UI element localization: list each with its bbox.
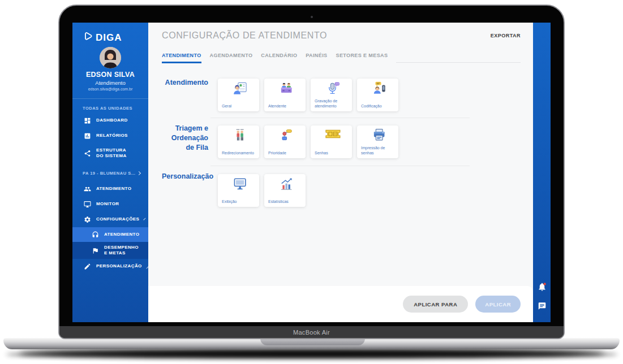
card-gravacao-de-atendimento[interactable]: Gravação de atendimento [311, 79, 352, 111]
tab-calendario[interactable]: CALENDÁRIO [261, 53, 297, 63]
sidebar-item-monitor[interactable]: MONITOR [72, 197, 148, 212]
printer-icon [371, 128, 386, 145]
card-impressao-de-senhas[interactable]: Impressão de senhas [357, 125, 398, 158]
people-icon [84, 185, 91, 193]
sidebar-item-atendimento[interactable]: ATENDIMENTO [72, 181, 148, 197]
tab-setores-e-mesas[interactable]: SETORES E MESAS [336, 53, 388, 63]
apply-to-button[interactable]: APLICAR PARA [403, 296, 468, 313]
sidebar-subitem-desempenho[interactable]: DESEMPENHO E METAS [72, 242, 148, 259]
pencil-icon [84, 263, 91, 270]
display-monitor-icon [232, 176, 247, 194]
app-logo[interactable]: DIGA [72, 23, 148, 44]
microphone-chat-icon [325, 81, 340, 98]
tab-atendimento[interactable]: ATENDIMENTO [162, 53, 201, 63]
sidebar: DIGA EDSON SILVA Atendimento edson.silva [72, 23, 148, 322]
right-utility-strip [533, 23, 551, 322]
tabs-divider [396, 62, 521, 63]
play-logo-icon [82, 31, 93, 44]
app-window: DIGA EDSON SILVA Atendimento edson.silva [72, 23, 551, 322]
share-icon [84, 150, 91, 157]
person-devices-icon [371, 81, 386, 98]
dashboard-icon [84, 117, 91, 124]
section-all-units: TODAS AS UNIDADES [72, 99, 148, 113]
sidebar-item-configuracoes[interactable]: CONFIGURAÇÕES [72, 212, 148, 227]
sidebar-item-dashboard[interactable]: DASHBOARD [72, 113, 148, 128]
card-prioridade[interactable]: Prioridade [264, 125, 306, 158]
person-document-icon [232, 81, 247, 98]
avatar[interactable] [100, 47, 121, 68]
section-label-atendimento: Atendimento [162, 72, 208, 118]
section-label-personalizacao: Personalização [162, 166, 208, 215]
notifications-bell-icon[interactable] [537, 282, 547, 294]
statistics-chart-icon [278, 176, 294, 194]
headset-icon [92, 231, 99, 239]
card-estatisticas[interactable]: Estatísticas [264, 174, 306, 207]
card-atendente[interactable]: Atendente [264, 79, 306, 111]
chevron-down-icon [144, 218, 146, 220]
logo-text: DIGA [96, 32, 122, 44]
laptop-shadow-inner [6, 352, 618, 357]
chat-icon[interactable] [538, 302, 546, 313]
apply-button[interactable]: APLICAR [475, 296, 521, 313]
tab-paineis[interactable]: PAINÉIS [306, 53, 327, 63]
flag-icon [92, 247, 99, 254]
ticket-icon [324, 128, 341, 142]
card-senhas[interactable]: Senhas [311, 125, 352, 158]
webcam-icon [311, 16, 313, 18]
device-label: MacBook Air [293, 329, 330, 336]
section-unit[interactable]: PA 19 - BLUMENAU S... [72, 163, 148, 178]
gear-icon [84, 216, 91, 223]
card-codificacao[interactable]: Codificação [357, 79, 398, 111]
chevron-right-icon [137, 171, 141, 175]
user-name: EDSON SILVA [72, 71, 148, 79]
card-geral[interactable]: Geral [218, 79, 259, 111]
card-exibicao[interactable]: Exibição [218, 174, 259, 207]
user-email: edson.silva@diga.com.br [72, 87, 148, 91]
card-redirecionamento[interactable]: Redirecionamento [218, 125, 259, 158]
two-people-icon [232, 128, 247, 145]
monitor-icon [84, 201, 91, 208]
sidebar-item-personalizacao[interactable]: PERSONALIZAÇÃO [72, 259, 148, 274]
sidebar-subitem-atendimento[interactable]: ATENDIMENTO [72, 227, 148, 242]
flowchart-icon [278, 128, 294, 145]
page-title: CONFIGURAÇÃO DE ATENDIMENTO [162, 31, 327, 41]
main-content: CONFIGURAÇÃO DE ATENDIMENTO EXPORTAR ATE… [148, 23, 533, 322]
reports-icon [84, 132, 91, 140]
export-button[interactable]: EXPORTAR [491, 33, 521, 38]
tab-agendamento[interactable]: AGENDAMENTO [210, 53, 253, 63]
tab-bar: ATENDIMENTO AGENDAMENTO CALENDÁRIO PAINÉ… [162, 53, 521, 63]
sidebar-item-relatorios[interactable]: RELATÓRIOS [72, 128, 148, 144]
laptop-screen-bezel: DIGA EDSON SILVA Atendimento edson.silva [58, 5, 565, 339]
laptop-chin: MacBook Air [59, 326, 564, 338]
macbook-mockup: DIGA EDSON SILVA Atendimento edson.silva [0, 0, 623, 364]
section-label-triagem: Triagem e Ordenação de Fila [162, 118, 208, 166]
sidebar-item-estrutura[interactable]: ESTRUTURA DO SISTEMA [72, 144, 148, 163]
reception-desk-icon [278, 81, 294, 98]
user-role: Atendimento [72, 80, 148, 86]
footer-actions: APLICAR PARA APLICAR [148, 286, 533, 322]
